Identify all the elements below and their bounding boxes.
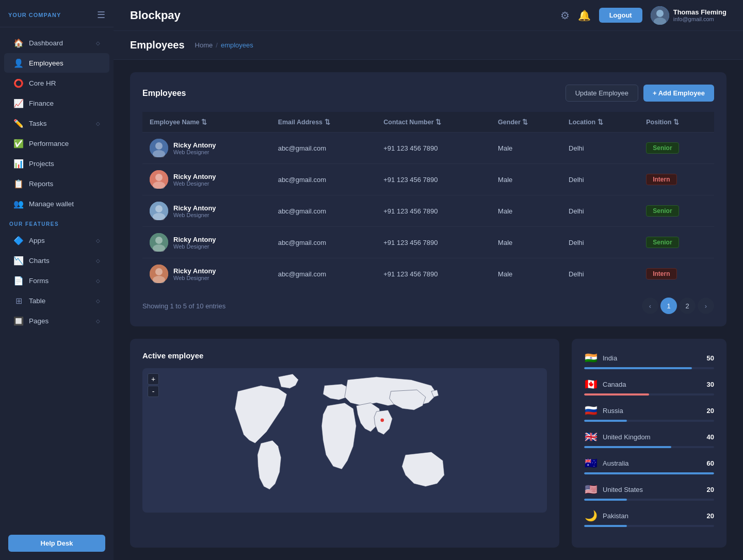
employee-role: Web Designer — [173, 212, 216, 218]
employees-label: Employees — [29, 59, 100, 67]
projects-label: Projects — [29, 160, 100, 168]
progress-bar — [584, 499, 714, 501]
sidebar-item-dashboard[interactable]: 🏠 Dashboard ◇ — [4, 33, 109, 53]
breadcrumb-separator: / — [216, 41, 218, 49]
svg-point-7 — [155, 174, 163, 181]
progress-fill — [584, 420, 627, 422]
country-flag: 🇦🇺 — [584, 456, 597, 470]
sidebar-item-reports[interactable]: 📋 Reports — [4, 174, 109, 193]
pages-icon: 🔲 — [13, 316, 24, 326]
sidebar-item-manage-wallet[interactable]: 👥 Manage wallet — [4, 194, 109, 213]
employees-icon: 👤 — [13, 58, 24, 68]
sidebar-item-finance[interactable]: 📈 Finance — [4, 93, 109, 113]
settings-icon[interactable]: ⚙ — [560, 9, 570, 22]
pagination-controls: ‹ 1 2 › — [642, 298, 714, 314]
country-name: India — [603, 354, 702, 362]
table-column-header[interactable]: Employee Name ⇅ — [142, 112, 271, 133]
country-header: 🇨🇦 Canada 30 — [584, 377, 714, 391]
sidebar-feature-forms[interactable]: 📄 Forms ◇ — [4, 271, 109, 290]
sidebar-feature-apps[interactable]: 🔷 Apps ◇ — [4, 230, 109, 250]
forms-label: Forms — [29, 277, 96, 285]
employee-position-cell: Senior — [639, 133, 714, 164]
progress-fill — [584, 393, 649, 396]
map-zoom-out[interactable]: - — [148, 386, 159, 397]
menu-icon[interactable]: ☰ — [97, 9, 105, 21]
bottom-section: Active employee + - — [130, 339, 726, 548]
manage-wallet-icon: 👥 — [13, 199, 24, 209]
table-column-header[interactable]: Gender ⇅ — [491, 112, 561, 133]
topbar: Blockpay ⚙ 🔔 Logout Thomas Fleming info@… — [114, 0, 743, 31]
sidebar-feature-charts[interactable]: 📉 Charts ◇ — [4, 251, 109, 270]
sidebar-item-employees[interactable]: 👤 Employees — [4, 53, 109, 73]
dashboard-icon: 🏠 — [13, 38, 24, 48]
position-badge: Senior — [646, 205, 679, 217]
country-count: 20 — [707, 407, 714, 415]
country-item: 🌙 Pakistan 20 — [584, 509, 714, 527]
sidebar-item-projects[interactable]: 📊 Projects — [4, 154, 109, 173]
employee-role: Web Designer — [173, 180, 216, 187]
charts-chevron: ◇ — [96, 258, 100, 263]
country-name: Russia — [603, 407, 702, 415]
avatar — [651, 6, 669, 25]
country-flag: 🇨🇦 — [584, 377, 597, 391]
breadcrumb: Home / employees — [195, 41, 253, 49]
reports-label: Reports — [29, 180, 100, 188]
forms-icon: 📄 — [13, 275, 24, 286]
add-employee-button[interactable]: + Add Employee — [643, 85, 714, 102]
progress-bar — [584, 420, 714, 422]
svg-point-4 — [155, 142, 163, 150]
core-hr-icon: ⭕ — [13, 78, 24, 88]
svg-point-13 — [155, 237, 163, 244]
company-name: YOUR COMPANY — [8, 12, 61, 18]
world-map — [142, 368, 547, 513]
employee-location-cell: Delhi — [561, 195, 639, 227]
employee-phone-cell: +91 123 456 7890 — [376, 133, 491, 164]
pagination-page-1[interactable]: 1 — [660, 298, 677, 314]
update-employee-button[interactable]: Update Employee — [566, 85, 638, 102]
breadcrumb-home[interactable]: Home — [195, 41, 213, 49]
position-badge: Intern — [646, 268, 676, 279]
table-column-header[interactable]: Position ⇅ — [639, 112, 714, 133]
country-name: Australia — [603, 459, 702, 467]
sidebar-item-tasks[interactable]: ✏️ Tasks ◇ — [4, 113, 109, 133]
pagination-page-2[interactable]: 2 — [679, 298, 696, 314]
help-desk-button[interactable]: Help Desk — [8, 535, 105, 552]
table-column-header[interactable]: Location ⇅ — [561, 112, 639, 133]
country-count: 20 — [707, 512, 714, 520]
logout-button[interactable]: Logout — [599, 8, 642, 23]
table-column-header[interactable]: Email Address ⇅ — [271, 112, 377, 133]
tasks-icon: ✏️ — [13, 118, 24, 128]
table-actions: Update Employee + Add Employee — [566, 85, 714, 102]
sidebar-item-performance[interactable]: ✅ Performance — [4, 134, 109, 153]
user-info: Thomas Fleming info@gmail.com — [651, 6, 726, 25]
employee-gender-cell: Male — [491, 164, 561, 195]
employee-phone-cell: +91 123 456 7890 — [376, 164, 491, 195]
svg-point-1 — [656, 10, 664, 17]
sidebar-feature-table[interactable]: ⊞ Table ◇ — [4, 291, 109, 310]
country-count: 50 — [707, 354, 714, 362]
map-zoom-in[interactable]: + — [148, 373, 159, 385]
pagination-bar: Showing 1 to 5 of 10 entries ‹ 1 2 › — [142, 298, 714, 314]
dashboard-chevron: ◇ — [96, 40, 100, 46]
page-header: Employees Home / employees — [114, 31, 743, 60]
country-header: 🌙 Pakistan 20 — [584, 509, 714, 522]
country-header: 🇦🇺 Australia 60 — [584, 456, 714, 470]
progress-bar — [584, 393, 714, 396]
table-icon: ⊞ — [13, 295, 24, 306]
sidebar-feature-pages[interactable]: 🔲 Pages ◇ — [4, 311, 109, 331]
employee-avatar — [150, 233, 168, 252]
progress-fill — [584, 499, 627, 501]
country-count: 30 — [707, 381, 714, 388]
sidebar-footer: Help Desk — [0, 526, 114, 560]
employees-table-card: Employees Update Employee + Add Employee… — [130, 72, 726, 326]
employee-gender-cell: Male — [491, 133, 561, 164]
table-column-header[interactable]: Contact Number ⇅ — [376, 112, 491, 133]
country-count: 60 — [707, 459, 714, 467]
pagination-next[interactable]: › — [698, 298, 714, 314]
notifications-icon[interactable]: 🔔 — [578, 9, 591, 22]
pagination-prev[interactable]: ‹ — [642, 298, 658, 314]
sidebar-item-core-hr[interactable]: ⭕ Core HR — [4, 73, 109, 93]
employee-position-cell: Intern — [639, 164, 714, 195]
pages-chevron: ◇ — [96, 318, 100, 324]
country-item: 🇨🇦 Canada 30 — [584, 377, 714, 396]
